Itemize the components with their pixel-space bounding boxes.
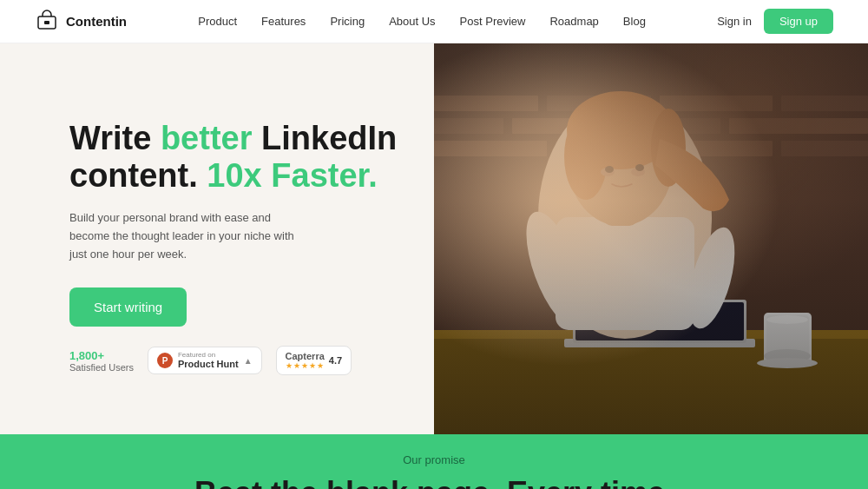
ph-label: Featured on bbox=[178, 352, 239, 359]
promise-headline: Beat the blank page. Every time. bbox=[194, 475, 674, 490]
svg-rect-17 bbox=[434, 330, 868, 339]
nav-post-preview[interactable]: Post Preview bbox=[460, 15, 526, 28]
svg-rect-15 bbox=[781, 141, 868, 156]
svg-rect-14 bbox=[651, 141, 773, 156]
hero-illustration bbox=[434, 43, 868, 434]
nav-roadmap[interactable]: Roadmap bbox=[549, 15, 598, 28]
svg-rect-16 bbox=[434, 330, 868, 434]
svg-point-37 bbox=[601, 168, 615, 176]
users-count-block: 1,800+ Satisfied Users bbox=[69, 349, 134, 373]
svg-rect-42 bbox=[434, 43, 868, 434]
headline-green1: better bbox=[161, 120, 253, 156]
svg-point-27 bbox=[757, 358, 818, 368]
ph-arrow-icon: ▲ bbox=[244, 356, 253, 366]
signup-button[interactable]: Sign up bbox=[764, 9, 833, 34]
ph-text-block: Featured on Product Hunt bbox=[178, 352, 239, 369]
product-hunt-icon: P bbox=[157, 353, 173, 368]
promise-section: Our promise Beat the blank page. Every t… bbox=[0, 434, 868, 489]
svg-point-26 bbox=[766, 315, 808, 324]
svg-rect-1 bbox=[44, 21, 49, 24]
svg-rect-24 bbox=[766, 315, 809, 359]
hero-subtitle: Build your personal brand with ease and … bbox=[69, 209, 312, 263]
svg-rect-7 bbox=[781, 96, 868, 111]
navbar: Contentin Product Features Pricing About… bbox=[0, 0, 868, 43]
svg-rect-4 bbox=[434, 96, 538, 111]
logo-text: Contentin bbox=[66, 14, 127, 29]
svg-point-38 bbox=[631, 168, 645, 176]
svg-point-34 bbox=[567, 91, 674, 169]
svg-rect-19 bbox=[573, 300, 746, 343]
svg-rect-6 bbox=[660, 96, 773, 111]
svg-rect-3 bbox=[434, 43, 868, 434]
capterra-label: Capterra bbox=[286, 351, 325, 361]
svg-rect-9 bbox=[512, 118, 616, 134]
svg-rect-8 bbox=[434, 118, 503, 134]
signin-link[interactable]: Sign in bbox=[717, 15, 752, 28]
svg-point-35 bbox=[564, 113, 608, 200]
hero-photo-bg bbox=[434, 43, 868, 434]
users-count: 1,800+ bbox=[69, 349, 134, 362]
svg-rect-12 bbox=[434, 141, 547, 156]
logo-icon bbox=[35, 10, 59, 34]
svg-point-25 bbox=[764, 349, 811, 363]
promise-label: Our promise bbox=[403, 453, 465, 466]
hero-headline: Write better LinkedIn content. 10x Faste… bbox=[69, 120, 399, 195]
svg-rect-32 bbox=[603, 187, 638, 226]
headline-prefix: Write bbox=[69, 120, 161, 156]
svg-rect-10 bbox=[625, 118, 720, 134]
svg-point-36 bbox=[651, 109, 686, 187]
svg-rect-11 bbox=[729, 118, 868, 134]
product-hunt-badge[interactable]: P Featured on Product Hunt ▲ bbox=[148, 347, 262, 374]
svg-rect-2 bbox=[434, 43, 868, 434]
svg-point-28 bbox=[538, 96, 712, 339]
svg-rect-21 bbox=[582, 306, 651, 311]
nav-about[interactable]: About Us bbox=[389, 15, 435, 28]
start-writing-button[interactable]: Start writing bbox=[69, 287, 187, 327]
headline-green2: 10x Faster. bbox=[207, 157, 377, 194]
svg-rect-20 bbox=[575, 302, 744, 340]
users-label: Satisfied Users bbox=[69, 362, 134, 373]
nav-features[interactable]: Features bbox=[261, 15, 306, 28]
svg-rect-23 bbox=[764, 313, 812, 365]
svg-rect-13 bbox=[556, 141, 642, 156]
nav-blog[interactable]: Blog bbox=[623, 15, 646, 28]
svg-rect-18 bbox=[564, 339, 755, 347]
capterra-stars-icon: ★★★★★ bbox=[286, 361, 325, 370]
hero-image bbox=[434, 43, 868, 434]
svg-rect-29 bbox=[556, 217, 694, 330]
logo[interactable]: Contentin bbox=[35, 10, 127, 34]
svg-rect-41 bbox=[434, 43, 868, 434]
nav-pricing[interactable]: Pricing bbox=[330, 15, 365, 28]
svg-point-30 bbox=[515, 205, 597, 334]
svg-point-33 bbox=[569, 104, 673, 226]
svg-rect-22 bbox=[582, 314, 634, 318]
svg-rect-5 bbox=[547, 96, 651, 111]
hero-content: Write better LinkedIn content. 10x Faste… bbox=[0, 43, 434, 434]
nav-actions: Sign in Sign up bbox=[717, 9, 833, 34]
nav-links: Product Features Pricing About Us Post P… bbox=[198, 15, 646, 28]
ph-name: Product Hunt bbox=[178, 359, 239, 369]
svg-point-39 bbox=[605, 166, 614, 173]
svg-point-40 bbox=[635, 164, 644, 171]
capterra-rating: 4.7 bbox=[329, 355, 342, 366]
hero-section: Write better LinkedIn content. 10x Faste… bbox=[0, 43, 868, 434]
capterra-badge[interactable]: Capterra ★★★★★ 4.7 bbox=[276, 346, 352, 375]
social-proof: 1,800+ Satisfied Users P Featured on Pro… bbox=[69, 346, 399, 375]
nav-product[interactable]: Product bbox=[198, 15, 237, 28]
svg-point-31 bbox=[680, 222, 744, 333]
